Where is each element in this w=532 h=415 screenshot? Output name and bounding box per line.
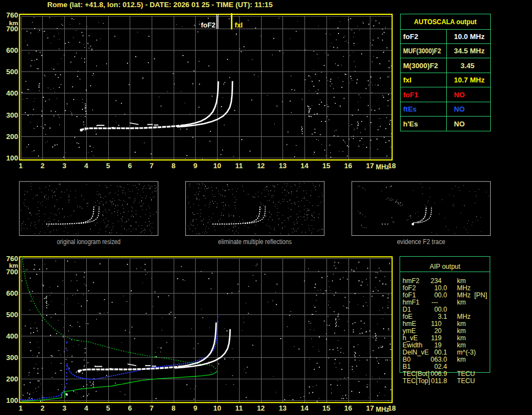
svg-text:MUF(3000)F2: MUF(3000)F2	[403, 47, 441, 55]
svg-text:200: 200	[6, 132, 18, 141]
svg-text:600: 600	[6, 46, 18, 54]
svg-text:MHz: MHz	[376, 163, 390, 171]
svg-text:h'Es: h'Es	[403, 120, 418, 128]
svg-text:foE: foE	[403, 313, 413, 320]
svg-text:7: 7	[149, 404, 153, 412]
svg-text:8: 8	[171, 404, 175, 412]
svg-text:foF1: foF1	[403, 291, 416, 299]
svg-text:02: 02	[434, 363, 442, 370]
svg-text:km: km	[457, 298, 466, 306]
svg-text:00: 00	[434, 306, 442, 313]
svg-text:h_vE: h_vE	[403, 334, 418, 342]
svg-text:TECU: TECU	[457, 370, 475, 378]
svg-text:19: 19	[434, 341, 442, 349]
svg-text:[PN]: [PN]	[474, 291, 487, 299]
svg-text:D1: D1	[403, 306, 412, 313]
svg-text:1: 1	[19, 162, 23, 170]
svg-text:3.45: 3.45	[461, 62, 474, 70]
svg-text:m^(-3): m^(-3)	[457, 348, 476, 356]
svg-text:3: 3	[62, 404, 66, 412]
svg-text:km: km	[457, 320, 466, 328]
svg-text:DelN_vE: DelN_vE	[403, 348, 429, 356]
svg-text:foF2: foF2	[201, 21, 215, 29]
svg-text:00: 00	[434, 348, 442, 356]
svg-text:9: 9	[193, 404, 197, 412]
svg-text:.4: .4	[442, 363, 447, 370]
svg-text:foF2: foF2	[403, 32, 418, 41]
svg-text:15: 15	[323, 404, 330, 412]
svg-text:100: 100	[6, 154, 18, 162]
svg-text:foF2: foF2	[403, 284, 416, 292]
svg-text:2: 2	[41, 404, 45, 412]
svg-text:2: 2	[41, 162, 45, 170]
svg-text:063: 063	[430, 356, 441, 363]
svg-text:234: 234	[430, 277, 441, 285]
svg-text:km: km	[457, 341, 466, 349]
svg-text:NO: NO	[454, 91, 465, 99]
svg-text:16: 16	[344, 404, 352, 412]
svg-text:4: 4	[84, 162, 88, 170]
svg-text:TEC[Bot]: TEC[Bot]	[403, 370, 430, 378]
svg-text:760: 760	[6, 254, 18, 263]
svg-text:.0: .0	[442, 306, 447, 313]
svg-text:6: 6	[128, 404, 132, 412]
svg-text:km: km	[457, 277, 466, 285]
svg-text:NO: NO	[454, 120, 465, 128]
svg-text:MHz: MHz	[457, 291, 471, 299]
svg-text:MHz: MHz	[457, 313, 471, 320]
svg-text:km: km	[457, 334, 466, 342]
svg-text:M(3000)F2: M(3000)F2	[403, 62, 439, 70]
svg-text:110: 110	[431, 320, 441, 328]
svg-text:500: 500	[6, 68, 18, 76]
svg-text:10: 10	[213, 162, 221, 170]
svg-text:MHz: MHz	[457, 284, 471, 292]
svg-text:B1: B1	[403, 363, 411, 370]
svg-text:13: 13	[279, 162, 286, 170]
svg-text:TECU: TECU	[457, 377, 475, 385]
svg-text:10.7 MHz: 10.7 MHz	[454, 76, 485, 84]
svg-text:AIP output: AIP output	[430, 263, 461, 270]
svg-text:14: 14	[301, 162, 309, 170]
svg-text:ymE: ymE	[403, 327, 416, 335]
svg-text:original ionogram resized: original ionogram resized	[57, 238, 120, 246]
svg-text:hmF2: hmF2	[403, 277, 420, 285]
svg-text:3: 3	[62, 162, 66, 170]
svg-text:14: 14	[301, 404, 309, 412]
svg-text:MHz: MHz	[376, 406, 390, 413]
svg-text:8: 8	[171, 162, 175, 170]
svg-text:7: 7	[149, 162, 153, 170]
svg-text:100: 100	[6, 396, 18, 405]
svg-text:15: 15	[323, 162, 330, 170]
svg-text:9: 9	[193, 162, 197, 170]
svg-text:---: ---	[431, 298, 438, 306]
svg-text:34.5 MHz: 34.5 MHz	[454, 47, 485, 55]
svg-text:13: 13	[279, 404, 286, 412]
svg-text:evidence F2 trace: evidence F2 trace	[397, 238, 445, 246]
svg-text:400: 400	[6, 332, 18, 340]
svg-text:.8: .8	[442, 377, 447, 385]
svg-text:hmF1: hmF1	[403, 298, 420, 306]
svg-text:12: 12	[257, 404, 264, 412]
svg-text:20: 20	[434, 327, 442, 335]
svg-text:Rome (lat: +41.8, lon: 012.5): Rome (lat: +41.8, lon: 012.5) - DATE: 20…	[47, 1, 273, 9]
svg-text:1: 1	[19, 404, 23, 412]
svg-text:12: 12	[257, 162, 264, 170]
svg-text:km: km	[457, 356, 466, 363]
svg-text:300: 300	[6, 353, 18, 362]
svg-text:.0: .0	[442, 356, 447, 363]
svg-text:fxI: fxI	[403, 76, 412, 84]
svg-text:km: km	[457, 327, 466, 335]
svg-text:011: 011	[431, 377, 441, 385]
svg-text:300: 300	[6, 111, 18, 119]
svg-text:11: 11	[235, 162, 243, 170]
svg-text:.9: .9	[442, 370, 447, 378]
svg-text:5: 5	[106, 162, 110, 170]
svg-text:400: 400	[6, 89, 18, 97]
svg-text:600: 600	[6, 289, 18, 297]
svg-text:TEC[Top]: TEC[Top]	[403, 377, 430, 385]
svg-text:17: 17	[366, 404, 374, 412]
svg-text:NO: NO	[454, 105, 465, 113]
svg-text:700: 700	[6, 268, 18, 276]
svg-text:10: 10	[434, 284, 442, 292]
svg-text:.1: .1	[442, 313, 447, 320]
